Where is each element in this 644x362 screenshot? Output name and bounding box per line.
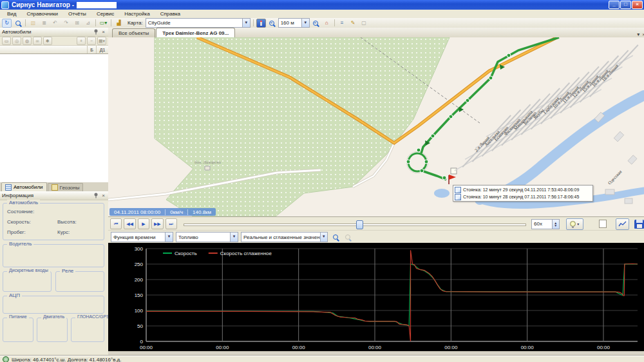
column-d1[interactable]: Д1 [97, 46, 108, 53]
title-bar: Сирнус Навигатор - _ □ × [0, 0, 644, 10]
map-select[interactable]: CityGuide▾ [146, 18, 251, 28]
status-bar: Широта: 46.47401°с.ш. Долгота: 41.48016°… [0, 356, 644, 362]
tooltip-row: Стоянка: 12 минут 29 секунд 04.11.2011 7… [455, 186, 591, 193]
home-icon[interactable]: ⌂ [322, 19, 332, 28]
values-select[interactable]: Реальные и сглаженные значен▾ [241, 232, 328, 242]
tab-track[interactable]: Трек Daimler-Benz AG 09... [156, 28, 235, 37]
vehicles-toolbar: ▭ ◎ ◍ ∞ ✱ + − ▦▾ [0, 37, 108, 46]
menu-item-1[interactable]: Справочники [22, 10, 62, 17]
layers-icon[interactable]: ▢ [359, 19, 369, 28]
stacked-marker-icon[interactable] [451, 168, 457, 174]
menu-item-5[interactable]: Справка [156, 10, 185, 17]
speed-chart[interactable]: 00:0000:0000:0000:0000:0000:0000:0005010… [108, 243, 644, 351]
chart-toggle-button[interactable] [616, 218, 629, 230]
events-icon[interactable]: ≣ [39, 19, 49, 28]
follow-icon[interactable]: ◎ [12, 37, 21, 45]
chevron-down-icon[interactable]: ▾ [242, 19, 250, 27]
highlight-button[interactable]: ▾ [566, 218, 583, 230]
map-tab-bar: Все объекты Трек Daimler-Benz AG 09... ▾… [108, 28, 644, 38]
close-icon[interactable]: × [100, 29, 106, 35]
settings-icon[interactable]: ✱ [43, 37, 52, 45]
close-button[interactable]: × [632, 1, 643, 9]
maximize-button[interactable]: □ [620, 1, 631, 9]
car-icon[interactable]: ▭ [2, 37, 11, 45]
columns-icon[interactable]: ▦▾ [97, 37, 106, 45]
chevron-down-icon[interactable]: ▾ [301, 19, 309, 27]
list-icon [5, 184, 12, 191]
globe-icon[interactable]: ◍ [23, 37, 32, 45]
zoom-out-icon[interactable] [267, 19, 277, 28]
route-icon[interactable]: ▧ [28, 19, 38, 28]
title-redacted-box [77, 2, 117, 8]
menu-item-3[interactable]: Сервис [92, 10, 118, 17]
save-button[interactable] [634, 220, 644, 229]
remove-icon[interactable]: − [87, 37, 96, 45]
play-button[interactable]: ▶ [138, 218, 149, 229]
undo-icon[interactable]: ↶ [50, 19, 60, 28]
y-tick-label: 150 [135, 292, 144, 298]
stepper-arrows[interactable]: ▲▼ [552, 220, 559, 229]
y-tick-label: 50 [137, 323, 143, 329]
redo-icon[interactable]: ↷ [61, 19, 71, 28]
speed-stepper[interactable]: 60x ▲▼ [531, 219, 560, 229]
chevron-down-icon[interactable]: ▾ [230, 233, 238, 242]
menu-item-4[interactable]: Настройка [120, 10, 154, 17]
traffic-icon[interactable] [256, 19, 266, 28]
map-poi-icon [205, 166, 210, 170]
close-icon[interactable]: × [100, 193, 106, 198]
pin-icon[interactable] [93, 193, 99, 198]
x-tick-label: 00:00 [597, 345, 611, 350]
time-slider[interactable] [184, 219, 526, 229]
ruler-icon[interactable]: ⊿ [83, 19, 93, 28]
adc-group: АЦП [3, 296, 104, 314]
notes-icon[interactable]: ✎ [348, 19, 358, 28]
map-canvas[interactable]: бол. Лазорски 2-я ЛинияАнгельеваЕсипенко… [108, 37, 644, 216]
option-checkbox[interactable] [599, 220, 607, 228]
skip-start-button[interactable]: ⏮ [110, 218, 122, 229]
search-icon[interactable] [13, 19, 23, 28]
menu-item-0[interactable]: Вид [3, 10, 21, 17]
add-icon[interactable]: + [77, 37, 86, 45]
menu-item-2[interactable]: Отчёты [64, 10, 91, 17]
skip-end-button[interactable]: ⏭ [166, 218, 177, 229]
chevron-down-icon[interactable]: ▾ [165, 233, 173, 242]
tab-vehicles[interactable]: Автомобили [1, 182, 47, 191]
zoom-out-icon[interactable] [343, 233, 352, 242]
power-group: Питание [3, 318, 33, 342]
column-b[interactable]: Б [88, 46, 97, 53]
pin-icon[interactable] [93, 29, 99, 35]
slider-groove[interactable] [184, 224, 526, 226]
tab-all-objects[interactable]: Все объекты [112, 28, 155, 37]
height-label: Высота: [57, 219, 77, 225]
measure-icon[interactable]: ⊞ [72, 19, 82, 28]
legend-icon[interactable]: ≡ [337, 19, 347, 28]
chart-icon[interactable]: ▟ [114, 19, 124, 28]
zoom-in-icon[interactable] [330, 233, 340, 242]
vehicles-panel-title: Автомобили × [0, 28, 108, 37]
chevron-down-icon[interactable]: ▾ [320, 233, 327, 242]
sync-icon[interactable]: ↻ [2, 19, 12, 28]
info-panel-title: Информация × [0, 191, 108, 200]
tab-scroll-icon[interactable]: ▾ [637, 32, 639, 37]
window-title: Сирнус Навигатор - [12, 1, 74, 8]
forward-button[interactable]: ▶▶ [151, 218, 163, 229]
zoom-in-icon[interactable] [311, 19, 321, 28]
y-tick-label: 200 [135, 277, 144, 283]
slider-thumb[interactable] [356, 220, 363, 229]
function-select[interactable]: Функция времени▾ [111, 232, 173, 242]
x-tick-label: 00:00 [140, 345, 153, 350]
x-tick-label: 00:00 [292, 345, 306, 350]
glonass-group: ГЛОНАСС/GPS [71, 318, 104, 342]
vehicle-icon[interactable]: ▭▾ [99, 19, 108, 28]
stop-flag-icon[interactable] [449, 175, 456, 180]
tab-geozones[interactable]: Геозоны [48, 183, 84, 191]
column-name[interactable] [0, 46, 88, 53]
parameter-select[interactable]: Топливо▾ [176, 232, 238, 242]
binoculars-icon[interactable]: ∞ [33, 37, 42, 45]
state-label: Состояние: [7, 209, 34, 214]
rewind-button[interactable]: ◀◀ [124, 218, 135, 229]
minimize-button[interactable]: _ [609, 1, 620, 9]
vehicles-list[interactable] [0, 54, 108, 184]
scale-select[interactable]: 160 м▾ [278, 18, 310, 28]
forest-label: бол. Лазорски [194, 160, 222, 165]
